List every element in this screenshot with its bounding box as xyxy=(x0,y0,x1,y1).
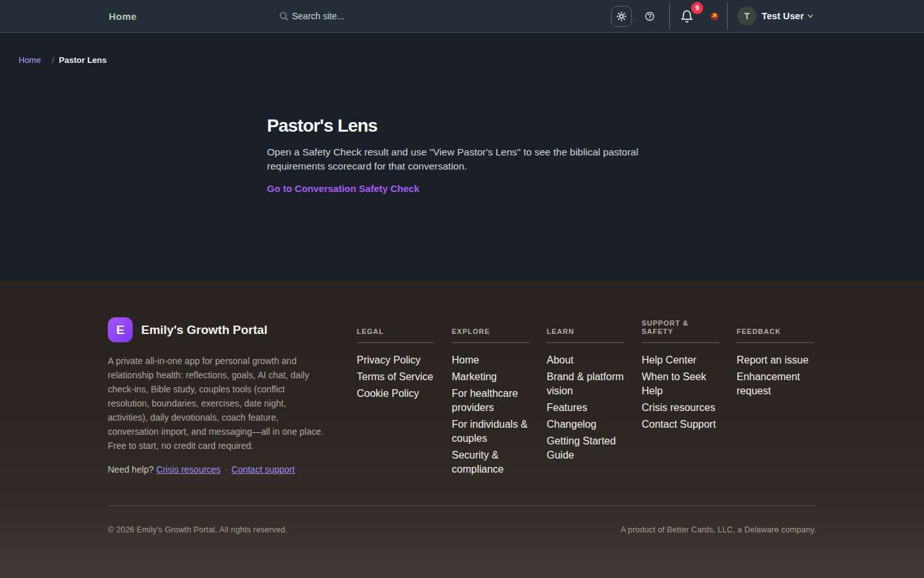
site-search-input[interactable]: Search site... xyxy=(278,0,548,32)
go-to-safety-check-link[interactable]: Go to Conversation Safety Check xyxy=(267,183,420,194)
sun-icon xyxy=(616,11,627,22)
page-footer: E Emily's Growth Portal A private all-in… xyxy=(0,281,924,578)
notifications-button[interactable]: 9 xyxy=(680,10,694,23)
footer-link-for-individuals-couples[interactable]: For individuals & couples xyxy=(452,419,527,444)
footer-column-feedback: FEEDBACKReport an issueEnhancement reque… xyxy=(737,317,814,477)
crisis-resources-link[interactable]: Crisis resources xyxy=(157,464,221,475)
footer-column-title: SUPPORT & SAFETY xyxy=(642,319,719,335)
header-divider xyxy=(727,3,728,30)
footer-column-learn: LEARNAboutBrand & platform visionFeature… xyxy=(547,317,624,477)
footer-link-about[interactable]: About xyxy=(547,355,574,365)
page-title: Pastor's Lens xyxy=(267,114,657,137)
help-button[interactable] xyxy=(644,10,655,22)
help-circle-icon xyxy=(644,10,655,22)
muted-bell-emoji-icon[interactable] xyxy=(710,12,719,21)
footer-link-cookie-policy[interactable]: Cookie Policy xyxy=(357,388,419,399)
footer-link-features[interactable]: Features xyxy=(547,402,587,413)
brand-name: Emily's Growth Portal xyxy=(141,323,268,337)
user-menu[interactable]: T Test User xyxy=(737,6,814,26)
footer-link-getting-started-guide[interactable]: Getting Started Guide xyxy=(547,435,616,460)
breadcrumb: Home / Pastor Lens xyxy=(0,33,924,66)
search-icon xyxy=(278,11,289,21)
notification-count-badge: 9 xyxy=(691,2,703,14)
footer-column-rule xyxy=(452,342,529,343)
header-divider xyxy=(669,3,670,30)
dot-separator: · xyxy=(225,464,228,475)
footer-link-terms-of-service[interactable]: Terms of Service xyxy=(357,371,433,382)
footer-column-legal: LEGALPrivacy PolicyTerms of ServiceCooki… xyxy=(357,317,434,477)
footer-link-contact-support[interactable]: Contact Support xyxy=(642,419,716,430)
brand-description: A private all-in-one app for personal gr… xyxy=(108,354,326,453)
breadcrumb-separator: / xyxy=(52,55,55,66)
user-name: Test User xyxy=(762,11,804,21)
nav-home-link[interactable]: Home xyxy=(109,11,137,22)
footer-link-when-to-seek-help[interactable]: When to Seek Help xyxy=(642,371,706,396)
need-help-line: Need help? Crisis resources·Contact supp… xyxy=(108,463,339,476)
footer-column-title: LEGAL xyxy=(357,328,384,336)
main-content: Pastor's Lens Open a Safety Check result… xyxy=(0,66,924,281)
footer-column-title: FEEDBACK xyxy=(737,328,781,336)
user-avatar: T xyxy=(737,6,757,26)
theme-toggle-button[interactable] xyxy=(611,6,632,27)
footer-link-report-an-issue[interactable]: Report an issue xyxy=(737,355,809,365)
copyright-text: © 2026 Emily's Growth Portal. All rights… xyxy=(108,525,287,534)
footer-column-title: EXPLORE xyxy=(452,328,490,336)
brand-logo[interactable]: E xyxy=(108,317,133,342)
footer-link-for-healthcare-providers[interactable]: For healthcare providers xyxy=(452,388,518,413)
footer-link-privacy-policy[interactable]: Privacy Policy xyxy=(357,355,421,365)
footer-brand-column: E Emily's Growth Portal A private all-in… xyxy=(108,317,339,477)
page-description: Open a Safety Check result and use "View… xyxy=(267,145,657,173)
breadcrumb-current: Pastor Lens xyxy=(59,55,107,66)
footer-column-rule xyxy=(547,342,624,343)
footer-link-marketing[interactable]: Marketing xyxy=(452,371,497,382)
breadcrumb-home-link[interactable]: Home xyxy=(19,55,41,66)
footer-column-rule xyxy=(357,342,434,343)
footer-column-rule xyxy=(642,342,719,343)
footer-link-help-center[interactable]: Help Center xyxy=(642,355,696,365)
chevron-down-icon xyxy=(807,12,814,20)
top-navigation-bar: Home Search site... 9 xyxy=(0,0,924,33)
footer-link-enhancement-request[interactable]: Enhancement request xyxy=(737,371,800,396)
footer-link-brand-platform-vision[interactable]: Brand & platform vision xyxy=(547,371,624,396)
footer-column-explore: EXPLOREHomeMarketingFor healthcare provi… xyxy=(452,317,529,477)
footer-link-home[interactable]: Home xyxy=(452,355,479,365)
footer-link-crisis-resources[interactable]: Crisis resources xyxy=(642,402,715,413)
search-placeholder: Search site... xyxy=(292,11,345,21)
company-text: A product of Better Cards, LLC, a Delawa… xyxy=(620,525,816,534)
footer-link-changelog[interactable]: Changelog xyxy=(547,419,596,430)
footer-column-rule xyxy=(737,342,814,343)
footer-column-title: LEARN xyxy=(547,328,574,336)
contact-support-link[interactable]: Contact support xyxy=(232,464,295,475)
footer-column-support-safety: SUPPORT & SAFETYHelp CenterWhen to Seek … xyxy=(642,317,719,477)
footer-link-security-compliance[interactable]: Security & compliance xyxy=(452,450,504,475)
need-help-label: Need help? xyxy=(108,464,154,475)
